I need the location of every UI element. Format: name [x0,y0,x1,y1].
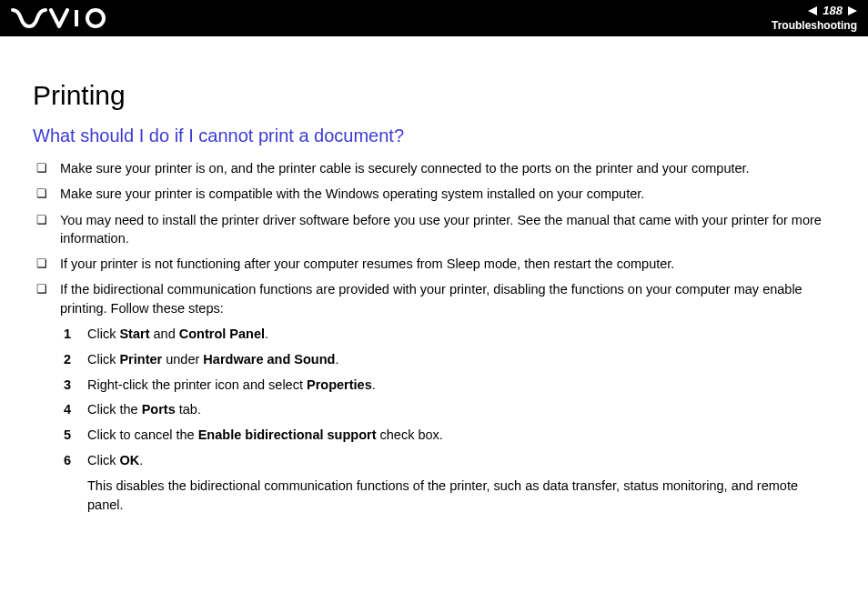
bullet-list: Make sure your printer is on, and the pr… [33,159,835,516]
vaio-logo [11,8,111,28]
step-item: 4Click the Ports tab. [60,400,835,420]
header-right: 188 Troubleshooting [772,4,857,33]
step-item: 3Right-click the printer icon and select… [60,376,835,396]
bullet-item: You may need to install the printer driv… [33,211,835,248]
nav-prev-icon[interactable] [808,6,817,15]
nav-next-icon[interactable] [848,6,857,15]
bullet-text: If the bidirectional communication funct… [60,282,802,315]
page-number: 188 [823,4,843,19]
header-bar: 188 Troubleshooting [0,0,868,36]
trailing-note: This disables the bidirectional communic… [60,477,835,517]
question-heading: What should I do if I cannot print a doc… [33,126,835,146]
step-item: 5Click to cancel the Enable bidirectiona… [60,426,835,446]
step-item: 1Click Start and Control Panel. [60,325,835,345]
page-title: Printing [33,80,835,111]
step-list: 1Click Start and Control Panel. 2Click P… [60,325,835,471]
svg-point-1 [87,10,104,26]
step-item: 2Click Printer under Hardware and Sound. [60,350,835,370]
page-nav: 188 [772,4,857,19]
bullet-item: Make sure your printer is on, and the pr… [33,159,835,177]
section-label: Troubleshooting [772,19,857,34]
step-item: 6Click OK. [60,451,835,471]
svg-rect-0 [75,10,78,26]
bullet-item: If your printer is not functioning after… [33,255,835,273]
bullet-item: If the bidirectional communication funct… [33,280,835,516]
bullet-item: Make sure your printer is compatible wit… [33,185,835,203]
page-content: Printing What should I do if I cannot pr… [0,36,868,516]
